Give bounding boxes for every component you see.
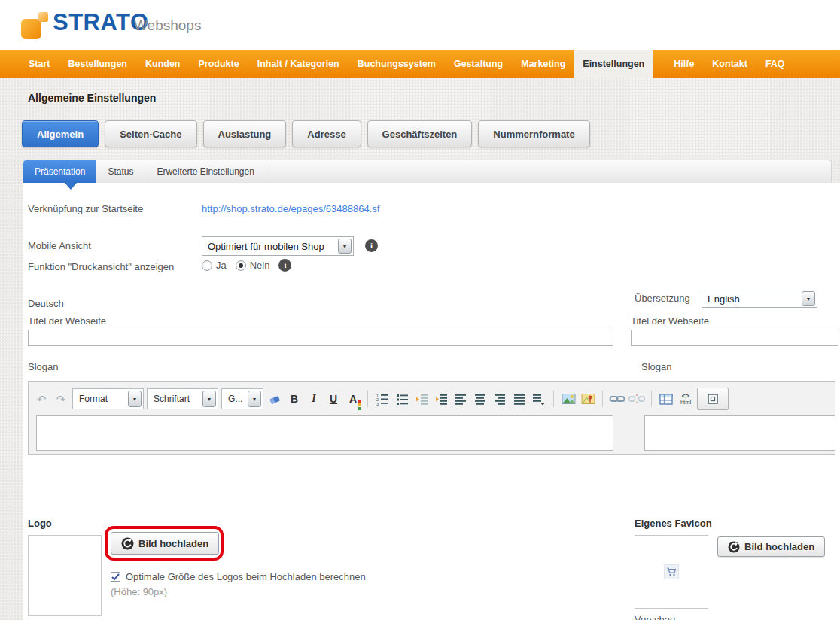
print-view-label: Funktion "Druckansicht" anzeigen: [28, 261, 174, 272]
undo-icon[interactable]: ↶: [33, 390, 50, 408]
main-nav: Start Bestellungen Kunden Produkte Inhal…: [0, 50, 840, 78]
startpage-link[interactable]: http://shop.strato.de/epages/63488864.sf: [202, 203, 379, 214]
html-source-icon[interactable]: <>html: [677, 390, 694, 408]
ordered-list-icon[interactable]: 123: [374, 390, 391, 408]
title-input-en[interactable]: [631, 330, 838, 346]
nav-item-marketing[interactable]: Marketing: [512, 50, 574, 78]
radio-ja-label: Ja: [216, 260, 227, 271]
underline-icon[interactable]: U: [325, 390, 342, 408]
tab-nummernformate[interactable]: Nummernformate: [478, 120, 589, 147]
slogan-textarea-en[interactable]: [644, 415, 835, 451]
italic-icon[interactable]: I: [306, 390, 322, 408]
chevron-down-icon: ▾: [128, 391, 142, 407]
favicon-preview-caption: Vorschau: [635, 614, 675, 620]
nav-spacer: [653, 50, 665, 78]
favicon-placeholder-tile: [664, 564, 679, 579]
format-dropdown-label: Format: [73, 394, 126, 404]
font-dropdown[interactable]: Schriftart ▾: [147, 388, 218, 409]
nav-item-inhalt-kategorien[interactable]: Inhalt / Kategorien: [248, 50, 348, 78]
title-label-de: Titel der Webseite: [28, 315, 106, 327]
page-title: Allgemeine Einstellungen: [28, 92, 156, 104]
image-map-icon[interactable]: [580, 390, 596, 408]
redo-icon[interactable]: ↷: [53, 390, 69, 408]
chevron-down-icon: ▾: [202, 391, 216, 407]
align-left-icon[interactable]: [452, 390, 469, 408]
subtab-praesentation[interactable]: Präsentation: [23, 160, 96, 183]
logo-upload-button-label: Bild hochladen: [138, 538, 208, 549]
insert-image-icon[interactable]: [560, 390, 577, 408]
mobile-view-select[interactable]: Optimiert für mobilen Shop ▾: [202, 236, 354, 256]
text-color-icon[interactable]: A: [345, 390, 361, 408]
justify-icon[interactable]: [511, 390, 528, 408]
cart-icon: [666, 567, 677, 576]
svg-text:3: 3: [376, 401, 379, 406]
content-panel: Verknüpfung zur Startseite http://shop.s…: [23, 183, 840, 620]
favicon-upload-button[interactable]: Bild hochladen: [717, 536, 825, 557]
align-right-icon[interactable]: [492, 390, 508, 408]
translation-select[interactable]: English ▾: [702, 290, 817, 308]
radio-nein-label: Nein: [250, 260, 270, 271]
radio-nein[interactable]: [236, 260, 246, 271]
title-input-de[interactable]: [28, 330, 613, 346]
maximize-editor-button[interactable]: [697, 388, 729, 410]
tab-adresse[interactable]: Adresse: [292, 120, 361, 147]
subtab-erweiterte-einstellungen[interactable]: Erweiterte Einstellungen: [145, 160, 266, 183]
slogan-label-en: Slogan: [641, 361, 671, 372]
toolbar-separator: [553, 391, 554, 407]
nav-item-faq[interactable]: FAQ: [756, 50, 794, 78]
logo-section-label: Logo: [28, 518, 52, 529]
align-center-icon[interactable]: [472, 390, 488, 408]
translation-selected-value: English: [702, 293, 802, 305]
logo-preview-box: [28, 535, 102, 616]
title-label-en: Titel der Webseite: [631, 315, 709, 327]
nav-item-kontakt[interactable]: Kontakt: [703, 50, 756, 78]
tab-auslastung[interactable]: Auslastung: [203, 120, 287, 147]
slogan-label-de: Slogan: [28, 361, 58, 372]
indent-icon[interactable]: [433, 390, 449, 408]
nav-item-start[interactable]: Start: [20, 50, 59, 78]
nav-item-einstellungen[interactable]: Einstellungen: [574, 50, 653, 78]
size-dropdown-label: G...: [222, 394, 246, 404]
header: STRATO Webshops: [0, 0, 840, 50]
favicon-preview-box: [635, 535, 708, 609]
chevron-down-icon: ▾: [338, 239, 352, 254]
toolbar-separator: [367, 391, 368, 407]
outdent-icon[interactable]: [413, 390, 430, 408]
logo-size-checkbox[interactable]: [111, 572, 120, 582]
unlink-icon[interactable]: [628, 390, 645, 408]
format-dropdown[interactable]: Format ▾: [72, 388, 144, 409]
tab-geschaeftszeiten[interactable]: Geschäftszeiten: [367, 120, 473, 147]
settings-tab-row: Allgemein Seiten-Cache Auslastung Adress…: [22, 120, 590, 147]
print-view-info-icon[interactable]: i: [278, 259, 291, 272]
subtab-status[interactable]: Status: [96, 160, 145, 183]
nav-item-gestaltung[interactable]: Gestaltung: [445, 50, 512, 78]
logo-upload-button[interactable]: Bild hochladen: [111, 532, 219, 555]
chevron-down-icon: ▾: [802, 291, 815, 306]
table-icon[interactable]: [658, 390, 674, 408]
nav-item-kunden[interactable]: Kunden: [136, 50, 190, 78]
brand-product: Webshops: [134, 17, 201, 34]
bold-icon[interactable]: B: [286, 390, 303, 408]
logo-size-checkbox-row: Optimale Größe des Logos beim Hochladen …: [111, 571, 366, 582]
tab-seiten-cache[interactable]: Seiten-Cache: [105, 120, 196, 147]
strato-logo-icon: [21, 12, 48, 39]
mobile-view-info-icon[interactable]: i: [365, 239, 378, 252]
nav-item-hilfe[interactable]: Hilfe: [665, 50, 703, 78]
editor-toolbar: ↶ ↷ Format ▾ Schriftart ▾ G... ▾ B: [29, 382, 835, 415]
app-window: STRATO Webshops Start Bestellungen Kunde…: [0, 0, 840, 620]
remove-format-icon[interactable]: [266, 390, 283, 408]
logo-height-hint: (Höhe: 90px): [111, 586, 167, 597]
logo-size-checkbox-label: Optimale Größe des Logos beim Hochladen …: [126, 571, 366, 582]
nav-item-buchungssystem[interactable]: Buchungssystem: [348, 50, 445, 78]
nav-item-bestellungen[interactable]: Bestellungen: [59, 50, 136, 78]
nav-item-produkte[interactable]: Produkte: [190, 50, 248, 78]
line-spacing-icon[interactable]: [531, 390, 547, 408]
sub-tab-bar: Präsentation Status Erweiterte Einstellu…: [23, 160, 832, 183]
unordered-list-icon[interactable]: [394, 390, 410, 408]
toolbar-separator: [602, 391, 603, 407]
slogan-textarea-de[interactable]: [36, 415, 613, 451]
tab-allgemein[interactable]: Allgemein: [22, 120, 99, 147]
link-icon[interactable]: [609, 390, 625, 408]
radio-ja[interactable]: [202, 260, 212, 271]
size-dropdown[interactable]: G... ▾: [221, 388, 263, 409]
